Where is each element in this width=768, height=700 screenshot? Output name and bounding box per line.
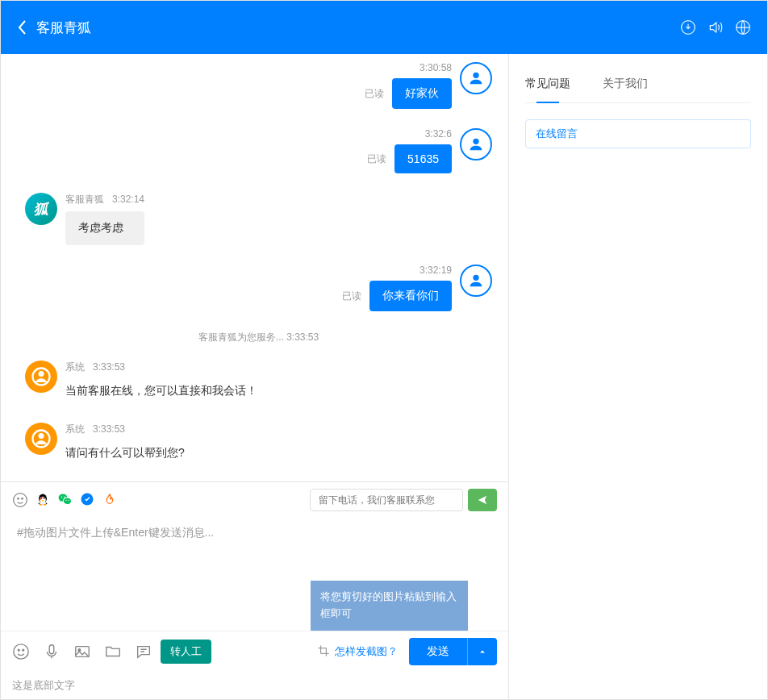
svg-point-8 — [39, 433, 44, 439]
message-time: 3:32:6 — [425, 128, 452, 140]
screenshot-hint-link[interactable]: 怎样发截图？ — [335, 644, 398, 659]
header-title: 客服青狐 — [36, 19, 680, 37]
message-bubble: 当前客服在线，您可以直接和我会话！ — [65, 379, 257, 403]
messages-list[interactable]: 3:30:58已读好家伙3:32:6已读51635狐客服青狐3:32:14考虑考… — [1, 54, 508, 481]
svg-point-3 — [473, 139, 478, 144]
message-system: 系统3:33:53请问有什么可以帮到您? — [25, 423, 492, 465]
svg-point-9 — [14, 494, 27, 507]
agent-avatar: 狐 — [25, 193, 57, 225]
message-bubble: 你来看你们 — [369, 281, 452, 311]
input-placeholder: #拖动图片文件上传&Enter键发送消息... — [17, 526, 492, 540]
paste-tooltip: 将您剪切好的图片粘贴到输入框即可 — [311, 581, 468, 631]
system-avatar — [25, 423, 57, 455]
emoji-icon[interactable] — [12, 492, 28, 508]
read-status: 已读 — [342, 290, 361, 303]
chat-icon[interactable] — [135, 643, 152, 660]
side-tab[interactable]: 关于我们 — [603, 70, 648, 102]
read-status: 已读 — [365, 87, 384, 101]
message-outgoing: 3:30:58已读好家伙 — [25, 62, 492, 109]
mic-icon[interactable] — [43, 643, 61, 660]
smile-icon[interactable] — [12, 643, 30, 660]
user-avatar — [460, 128, 492, 160]
svg-point-2 — [473, 73, 478, 78]
system-avatar — [25, 360, 57, 393]
link-icon[interactable] — [80, 492, 96, 508]
read-status: 已读 — [367, 152, 386, 166]
svg-point-15 — [44, 497, 45, 499]
wechat-icon[interactable] — [57, 492, 73, 508]
side-tabs: 常见问题关于我们 — [525, 70, 751, 103]
message-outgoing: 3:32:6已读51635 — [25, 128, 492, 173]
header: 客服青狐 — [1, 1, 767, 54]
svg-point-21 — [18, 649, 19, 651]
folder-icon[interactable] — [104, 643, 122, 660]
send-button[interactable]: 发送 — [409, 638, 467, 665]
svg-point-4 — [473, 275, 478, 281]
message-meta: 系统3:33:53 — [65, 423, 185, 436]
bottom-bar: 转人工 怎样发截图？ 发送 — [1, 631, 508, 672]
user-avatar — [460, 265, 492, 297]
svg-point-11 — [22, 498, 23, 500]
faq-item[interactable]: 在线留言 — [525, 119, 751, 148]
svg-rect-23 — [49, 645, 54, 654]
message-meta: 系统3:33:53 — [65, 360, 257, 374]
message-input[interactable]: #拖动图片文件上传&Enter键发送消息... 将您剪切好的图片粘贴到输入框即可 — [1, 518, 508, 631]
globe-icon[interactable] — [735, 19, 751, 35]
message-outgoing: 3:32:19已读你来看你们 — [25, 265, 492, 311]
svg-point-10 — [18, 498, 19, 500]
side-panel: 常见问题关于我们 在线留言 — [509, 54, 767, 699]
message-time: 3:30:58 — [419, 62, 452, 73]
svg-point-20 — [14, 644, 28, 659]
phone-input[interactable] — [310, 489, 463, 511]
message-system: 系统3:33:53当前客服在线，您可以直接和我会话！ — [25, 360, 492, 403]
toolbar — [1, 481, 508, 518]
sound-icon[interactable] — [707, 19, 724, 35]
svg-point-18 — [43, 504, 46, 506]
side-tab[interactable]: 常见问题 — [525, 70, 570, 102]
fire-icon[interactable] — [102, 492, 119, 508]
message-bubble: 好家伙 — [392, 78, 452, 109]
svg-point-17 — [39, 504, 42, 506]
message-time: 3:32:19 — [419, 265, 452, 276]
image-icon[interactable] — [73, 643, 91, 660]
chat-panel: 3:30:58已读好家伙3:32:6已读51635狐客服青狐3:32:14考虑考… — [1, 54, 509, 699]
message-bubble: 请问有什么可以帮到您? — [65, 441, 185, 465]
system-notice: 客服青狐为您服务... 3:33:53 — [25, 331, 492, 344]
qq-icon[interactable] — [35, 492, 51, 508]
download-icon[interactable] — [680, 19, 696, 35]
user-avatar — [460, 62, 492, 94]
message-bubble: 考虑考虑 — [65, 211, 144, 245]
svg-point-16 — [41, 500, 44, 502]
transfer-human-button[interactable]: 转人工 — [161, 640, 211, 664]
crop-icon[interactable] — [317, 644, 330, 660]
svg-point-6 — [39, 371, 44, 377]
svg-point-22 — [23, 649, 24, 651]
back-icon[interactable] — [17, 19, 27, 35]
message-incoming: 狐客服青狐3:32:14考虑考虑 — [25, 193, 492, 245]
message-meta: 客服青狐3:32:14 — [65, 193, 144, 206]
footer-text: 这是底部文字 — [1, 672, 508, 699]
phone-send-button[interactable] — [468, 489, 497, 511]
send-dropdown-button[interactable] — [467, 638, 497, 665]
message-bubble: 51635 — [394, 144, 452, 173]
